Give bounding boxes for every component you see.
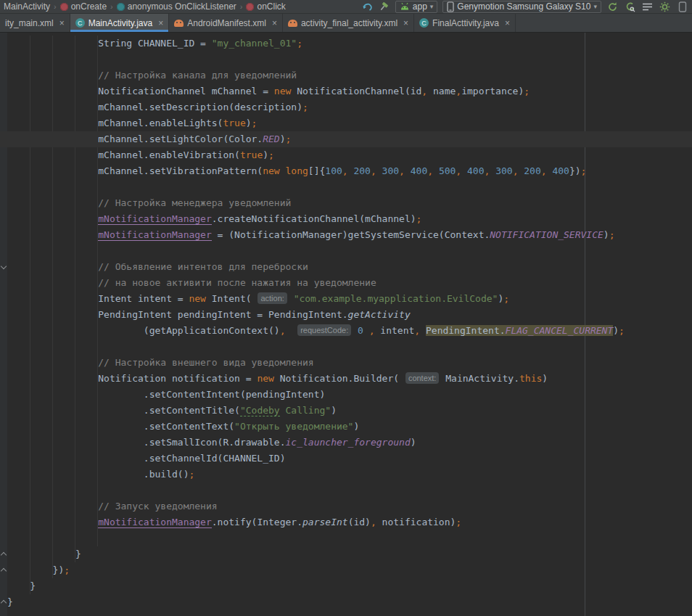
code-line[interactable]: // на новое активити после нажатия на ув… [0,275,692,291]
logcat-icon[interactable] [641,1,654,13]
anonymous-class-icon [117,3,125,11]
code-token: Notification notification = [7,373,257,384]
code-line[interactable]: } [0,594,692,610]
java-class-icon: C [75,18,85,28]
code-line[interactable]: mChannel.setLightColor(Color.RED); [0,131,692,147]
run-toolbar: app ▾ Genymotion Samsung Galaxy S10 ▾ [361,1,692,13]
code-line[interactable] [0,243,692,259]
code-token [352,325,358,336]
code-line[interactable] [0,179,692,195]
code-line[interactable]: .build(); [0,467,692,482]
fold-marker-icon[interactable] [1,600,7,606]
build-icon[interactable] [378,1,390,13]
code-line[interactable]: // Настройка внешнего вида уведомления [0,355,692,371]
code-token: 300 [495,165,512,176]
gutter [0,211,7,227]
close-icon[interactable]: × [272,18,277,28]
code-token: new [189,293,205,304]
code-line[interactable]: mNotificationManager.createNotificationC… [0,211,692,227]
device-selector[interactable]: Genymotion Samsung Galaxy S10 ▾ [442,1,601,13]
code-token: Intent intent = [7,293,189,304]
code-token: ; [581,165,587,176]
code-line[interactable]: Intent intent = new Intent( action: "com… [0,291,692,307]
tab-finalacttivity-java[interactable]: CFinalActtivity.java× [414,14,516,32]
gutter [0,291,7,307]
tab-label: MainActivity.java [88,18,152,28]
code-line[interactable]: mNotificationManager.notify(Integer.pars… [0,514,692,530]
device-label: Genymotion Samsung Galaxy S10 [457,1,590,12]
code-line[interactable]: mNotificationManager = (NotificationMana… [0,227,692,243]
code-line[interactable]: NotificationChannel mChannel = new Notif… [0,83,692,99]
fold-marker-icon[interactable] [1,552,7,558]
editor[interactable]: String CHANNEL_ID = "my_channel_01"; // … [0,33,692,616]
chevron-down-icon: ▾ [430,4,434,10]
code-line[interactable]: // Обьявление интентов для переброски [0,259,692,275]
tab-mainactivity-java[interactable]: CMainActivity.java× [70,14,170,32]
breadcrumb-item-onclick[interactable]: onClick [245,1,286,12]
device-manager-icon[interactable] [676,1,688,13]
code-line[interactable] [0,482,692,498]
code-line[interactable]: .setContentTitle("Codeby Calling") [0,403,692,419]
breadcrumb-item-anonymous-onclicklistener[interactable]: anonymous OnClickListener [116,1,237,12]
close-icon[interactable]: × [403,18,408,28]
code-line[interactable]: (getApplicationContext(), requestCode: 0… [0,323,692,339]
code-token: "Codeby [240,405,280,416]
code-line[interactable]: } [0,546,692,562]
close-icon[interactable]: × [59,18,65,28]
code-line[interactable] [0,339,692,355]
run-config-selector[interactable]: app ▾ [395,1,438,13]
gutter [0,482,7,498]
sdk-manager-icon[interactable] [659,1,671,13]
fold-marker-icon[interactable] [1,263,7,269]
breadcrumb-item-mainactivity[interactable]: MainActivity [3,1,51,12]
code-line[interactable]: .setSmallIcon(R.drawable.ic_launcher_for… [0,435,692,451]
code-line[interactable]: mChannel.enableVibration(true); [0,147,692,163]
code-token: mNotificationManager [98,229,212,241]
code-line[interactable]: PendingIntent pendingIntent = PendingInt… [0,307,692,323]
code-token [363,325,369,336]
fold-marker-icon[interactable] [1,568,7,574]
code-line[interactable]: mChannel.setDescription(description); [0,99,692,115]
code-token: intent [375,325,415,336]
code-token: Calling" [280,405,331,416]
code-text: // Обьявление интентов для переброски [7,259,308,275]
code-line[interactable] [0,52,692,67]
code-token: // на новое активити после нажатия на ув… [7,277,376,288]
breadcrumb-item-oncreate[interactable]: onCreate [59,1,107,12]
code-line[interactable]: }); [0,562,692,578]
code-line[interactable]: mChannel.enableLights(true); [0,115,692,131]
code-token: long [286,165,308,176]
sync-icon[interactable] [606,1,619,13]
code-line[interactable]: mChannel.setVibrationPattern(new long[]{… [0,163,692,179]
android-icon [400,2,410,11]
gutter [0,578,7,594]
code-token: , [456,86,461,96]
breadcrumb-label: onCreate [71,1,107,12]
code-line[interactable]: // Настройка менеджера уведомлений [0,195,692,211]
code-token: .notify(Integer. [212,517,302,527]
tab-ity-main-xml[interactable]: ity_main.xml× [0,14,70,32]
tab-bar: ity_main.xml×CMainActivity.java×AndroidM… [0,14,692,33]
code-token: 200 [353,165,370,176]
code-line[interactable]: .setContentText("Открыть уведомление") [0,419,692,435]
code-line[interactable]: // Запуск уведомления [0,498,692,514]
code-token: 200 [524,165,540,176]
code-token [490,165,495,176]
code-token: mNotificationManager [98,517,212,528]
code-line[interactable]: } [0,578,692,594]
attach-debugger-icon[interactable] [624,1,636,13]
tab-activity-final-acttivity-xml[interactable]: activity_final_acttivity.xml× [283,14,414,32]
code-line[interactable]: .setChannelId(CHANNEL_ID) [0,451,692,467]
code-line[interactable]: String CHANNEL_ID = "my_channel_01"; [0,36,692,52]
close-icon[interactable]: × [158,18,163,28]
code-line[interactable] [0,530,692,546]
tab-androidmanifest-xml[interactable]: AndroidManifest.xml× [169,14,283,32]
tab-label: FinalActtivity.java [432,18,499,28]
close-icon[interactable]: × [505,18,510,28]
code-line[interactable]: // Настройка канала для уведомлений [0,67,692,83]
code-line[interactable]: .setContentIntent(pendingIntent) [0,387,692,403]
undo-icon[interactable] [361,1,373,13]
code-line[interactable]: Notification notification = new Notifica… [0,371,692,387]
code-area[interactable]: String CHANNEL_ID = "my_channel_01"; // … [0,33,692,610]
gutter [0,562,7,578]
